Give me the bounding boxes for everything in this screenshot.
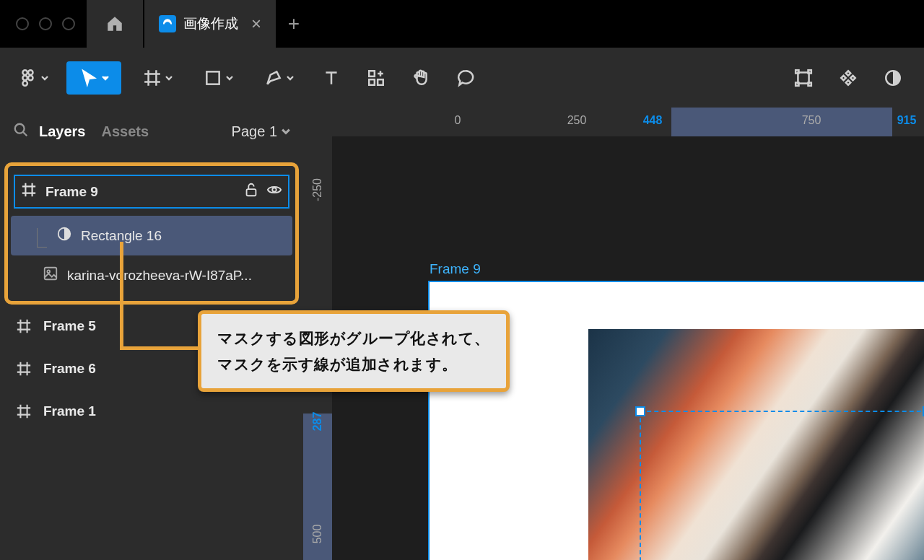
svg-point-0 [22, 70, 27, 75]
window-controls[interactable] [16, 17, 75, 30]
minimize-window-button[interactable] [39, 17, 52, 30]
ruler-horizontal[interactable]: 0 250 448 750 915 [332, 108, 924, 136]
ruler-tick: 448 [643, 114, 663, 127]
callout-leader-line [120, 242, 201, 350]
chevron-down-icon [287, 74, 294, 82]
comment-icon [456, 69, 475, 87]
search-icon [13, 122, 29, 138]
frame-tool[interactable] [133, 61, 182, 95]
svg-point-4 [22, 81, 27, 86]
lock-button[interactable] [243, 182, 259, 201]
move-tool[interactable] [66, 61, 121, 95]
selection-handle-nw[interactable] [635, 406, 645, 416]
chevron-down-icon [226, 74, 233, 82]
svg-rect-19 [45, 268, 57, 280]
svg-rect-8 [378, 79, 383, 85]
tab-assets[interactable]: Assets [102, 123, 149, 140]
cursor-icon [79, 69, 98, 87]
hand-icon [411, 69, 430, 87]
mask-icon [884, 69, 902, 87]
frame-icon [16, 361, 32, 377]
callout-line2: マスクを示す線が追加されます。 [217, 351, 490, 377]
mask-icon [56, 226, 72, 245]
ruler-tick: 500 [311, 525, 324, 544]
svg-point-17 [272, 188, 276, 192]
callout-box: マスクする図形がグループ化されて、 マスクを示す線が追加されます。 [198, 310, 510, 392]
annotation-callout: マスクする図形がグループ化されて、 マスクを示す線が追加されます。 [198, 310, 510, 392]
chevron-down-icon [282, 127, 290, 136]
ruler-tick: 250 [567, 114, 587, 127]
page-selector-label: Page 1 [232, 123, 277, 140]
frame-icon [21, 182, 37, 201]
pen-icon [264, 69, 283, 87]
mask-child-indicator [37, 228, 47, 248]
close-window-button[interactable] [16, 17, 29, 30]
component-button[interactable] [832, 61, 865, 95]
toolbar [0, 48, 924, 108]
text-icon [322, 69, 341, 87]
svg-rect-6 [369, 71, 375, 76]
tab-layers[interactable]: Layers [39, 123, 86, 140]
frame-icon [16, 403, 32, 419]
rectangle-icon [204, 69, 222, 87]
ruler-tick: 0 [455, 114, 461, 127]
resources-icon [367, 69, 385, 87]
frame-icon [16, 318, 32, 334]
svg-point-20 [47, 270, 50, 273]
svg-point-3 [28, 75, 33, 80]
maximize-window-button[interactable] [62, 17, 75, 30]
mask-button[interactable] [876, 61, 910, 95]
main-menu-button[interactable] [12, 61, 55, 95]
svg-rect-5 [206, 71, 219, 84]
panel-header: Layers Assets Page 1 [0, 108, 303, 155]
search-button[interactable] [13, 122, 29, 141]
selection-box[interactable] [640, 411, 924, 560]
text-tool[interactable] [315, 61, 348, 95]
add-tab-button[interactable]: + [276, 0, 312, 48]
file-type-icon [159, 15, 176, 32]
close-tab-button[interactable]: × [251, 14, 261, 34]
title-bar: 画像作成 × + [0, 0, 924, 48]
callout-line1: マスクする図形がグループ化されて、 [217, 325, 490, 351]
svg-rect-7 [369, 79, 375, 85]
bounding-box-icon [794, 69, 813, 87]
dev-mode-button[interactable] [787, 61, 820, 95]
layer-name: Frame 5 [43, 318, 96, 334]
comment-tool[interactable] [449, 61, 482, 95]
layer-row-frame1[interactable]: Frame 1 [0, 390, 303, 432]
home-tab[interactable] [87, 0, 143, 48]
pen-tool[interactable] [254, 61, 303, 95]
eye-icon [266, 182, 282, 198]
image-icon [43, 266, 58, 285]
visibility-button[interactable] [266, 182, 282, 201]
component-icon [839, 69, 858, 87]
ruler-tick: 915 [897, 114, 917, 127]
chevron-down-icon [165, 74, 173, 82]
chevron-down-icon [102, 74, 109, 82]
svg-point-2 [22, 75, 27, 80]
ruler-tick: 750 [802, 114, 821, 127]
layer-name: Frame 1 [43, 403, 96, 419]
file-tab[interactable]: 画像作成 × [144, 0, 276, 48]
hand-tool[interactable] [404, 61, 437, 95]
page-selector[interactable]: Page 1 [232, 123, 290, 140]
svg-point-15 [15, 124, 25, 134]
resources-tool[interactable] [359, 61, 393, 95]
svg-rect-16 [247, 189, 256, 196]
frame-icon [143, 69, 162, 87]
ruler-h-selection [671, 108, 892, 136]
svg-point-1 [28, 70, 33, 75]
layer-name: Frame 9 [45, 184, 235, 200]
home-icon [105, 14, 124, 33]
unlock-icon [243, 182, 259, 198]
chevron-down-icon [41, 74, 48, 82]
layer-row-frame9[interactable]: Frame 9 [11, 172, 292, 211]
figma-logo-icon [19, 69, 38, 87]
shape-tool[interactable] [193, 61, 243, 95]
canvas-frame-label[interactable]: Frame 9 [430, 261, 481, 277]
ruler-corner [303, 108, 332, 136]
layer-name: Frame 6 [43, 361, 96, 377]
ruler-tick: -250 [311, 178, 324, 201]
ruler-tick: 287 [311, 412, 324, 432]
file-tab-label: 画像作成 [183, 14, 238, 33]
